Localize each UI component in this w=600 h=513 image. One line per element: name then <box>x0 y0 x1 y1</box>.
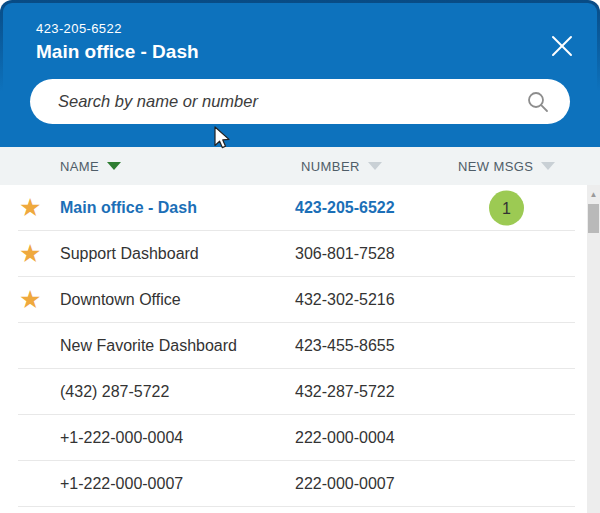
new-messages-badge: 1 <box>489 191 524 226</box>
dashboard-number: 222-000-0007 <box>295 475 395 493</box>
dashboard-name: Support Dashboard <box>60 245 199 263</box>
dashboard-picker-modal: 423-205-6522 Main office - Dash NAME <box>0 0 600 513</box>
dashboard-number: 306-801-7528 <box>295 245 395 263</box>
search-bar[interactable] <box>30 79 570 124</box>
dashboard-number: 432-302-5216 <box>295 291 395 309</box>
modal-header-surface: 423-205-6522 Main office - Dash <box>3 3 597 147</box>
dashboard-list: ★ Main office - Dash 423-205-6522 1 ★ Su… <box>0 185 587 513</box>
dashboard-name: +1-222-000-0004 <box>60 429 183 447</box>
dashboard-number: 423-455-8655 <box>295 337 395 355</box>
sort-arrow-down-icon <box>368 162 382 170</box>
dashboard-number: 423-205-6522 <box>295 199 395 217</box>
sort-arrow-down-icon <box>107 162 121 170</box>
search-input[interactable] <box>58 92 526 111</box>
dashboard-row[interactable]: ★ Downtown Office 432-302-5216 <box>0 277 587 323</box>
dashboard-number: 432-287-5722 <box>295 383 395 401</box>
dashboard-name: Downtown Office <box>60 291 181 309</box>
dashboard-name: +1-222-000-0007 <box>60 475 183 493</box>
dashboard-number: 222-000-0004 <box>295 429 395 447</box>
column-header-number[interactable]: NUMBER <box>301 147 382 185</box>
close-icon <box>549 33 575 59</box>
table-header: NAME NUMBER NEW MSGS <box>0 147 600 185</box>
column-header-new-msgs[interactable]: NEW MSGS <box>458 147 555 185</box>
dashboard-row[interactable]: ★ +1-222-000-0004 222-000-0004 <box>0 415 587 461</box>
column-header-name[interactable]: NAME <box>60 147 121 185</box>
page-title: Main office - Dash <box>36 41 199 63</box>
dashboard-row[interactable]: ★ Support Dashboard 306-801-7528 <box>0 231 587 277</box>
dashboard-row[interactable]: ★ Main office - Dash 423-205-6522 1 <box>0 185 587 231</box>
search-icon[interactable] <box>526 90 550 114</box>
close-button[interactable] <box>545 29 579 63</box>
dashboard-name: New Favorite Dashboard <box>60 337 237 355</box>
modal-header: 423-205-6522 Main office - Dash <box>0 0 600 147</box>
scroll-up-icon[interactable]: ▲ <box>587 190 600 200</box>
sort-arrow-down-icon <box>541 162 555 170</box>
dashboard-row[interactable]: ★ (432) 287-5722 432-287-5722 <box>0 369 587 415</box>
column-label-name: NAME <box>60 159 99 174</box>
header-phone-number: 423-205-6522 <box>36 21 122 36</box>
dashboard-name: (432) 287-5722 <box>60 383 169 401</box>
favorite-star-icon[interactable]: ★ <box>19 241 41 266</box>
dashboard-row[interactable]: ★ New Favorite Dashboard 423-455-8655 <box>0 323 587 369</box>
dashboard-row[interactable]: ★ +1-222-000-0007 222-000-0007 <box>0 461 587 507</box>
dashboard-name: Main office - Dash <box>60 199 197 217</box>
column-label-number: NUMBER <box>301 159 360 174</box>
favorite-star-icon[interactable]: ★ <box>19 287 41 312</box>
column-label-new-msgs: NEW MSGS <box>458 159 533 174</box>
scrollbar[interactable]: ▲ <box>587 185 600 513</box>
scrollbar-thumb[interactable] <box>588 204 599 233</box>
favorite-star-icon[interactable]: ★ <box>19 195 41 220</box>
